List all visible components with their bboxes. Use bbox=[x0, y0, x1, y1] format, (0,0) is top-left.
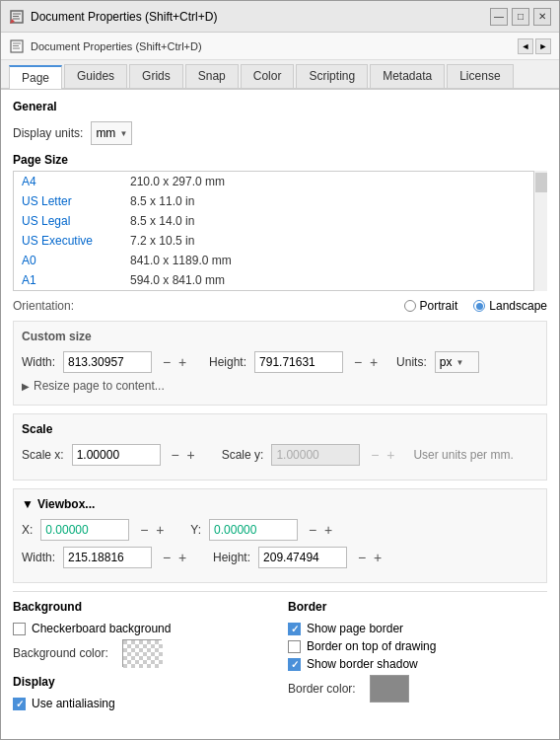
list-item[interactable]: US Executive 7.2 x 10.5 in bbox=[14, 231, 546, 251]
tab-snap[interactable]: Snap bbox=[185, 64, 239, 88]
checkerboard-label: Checkerboard background bbox=[32, 622, 171, 635]
list-item[interactable]: A4 210.0 x 297.0 mm bbox=[14, 172, 546, 191]
title-bar: Document Properties (Shift+Ctrl+D) — □ ✕ bbox=[1, 1, 559, 33]
width-minus[interactable]: − bbox=[160, 354, 174, 370]
show-border-shadow-label: Show border shadow bbox=[307, 657, 418, 671]
close-button[interactable]: ✕ bbox=[533, 8, 551, 26]
height-label: Height: bbox=[209, 355, 246, 369]
list-item[interactable]: A0 841.0 x 1189.0 mm bbox=[14, 251, 546, 270]
page-dims: 841.0 x 1189.0 mm bbox=[130, 254, 232, 267]
viewbox-width-input[interactable] bbox=[63, 547, 152, 568]
checkerboard-checkbox[interactable] bbox=[13, 623, 26, 635]
svg-rect-13 bbox=[123, 640, 163, 668]
viewbox-y-stepper: − + bbox=[306, 522, 335, 538]
scale-y-label: Scale y: bbox=[222, 448, 264, 462]
display-units-value: mm bbox=[96, 126, 115, 140]
height-input[interactable] bbox=[254, 351, 343, 373]
display-units-row: Display units: mm ▼ bbox=[13, 121, 547, 145]
antialiasing-row: ✓ Use antialiasing bbox=[13, 697, 272, 710]
viewbox-y-plus[interactable]: + bbox=[321, 522, 335, 538]
page-dims: 8.5 x 11.0 in bbox=[130, 194, 194, 208]
bottom-left: Background Checkerboard background Backg… bbox=[13, 600, 272, 714]
subtitle-text: Document Properties (Shift+Ctrl+D) bbox=[31, 40, 202, 52]
custom-size-input-row: Width: 813.30957 − + Height: − + Units: … bbox=[22, 351, 538, 373]
viewbox-width-plus[interactable]: + bbox=[175, 550, 189, 565]
viewbox-height-plus[interactable]: + bbox=[371, 550, 385, 565]
width-input[interactable]: 813.30957 bbox=[63, 351, 152, 373]
height-plus[interactable]: + bbox=[367, 354, 381, 370]
viewbox-height-minus[interactable]: − bbox=[355, 550, 369, 565]
landscape-radio[interactable]: Landscape bbox=[473, 299, 547, 313]
tab-color[interactable]: Color bbox=[241, 64, 295, 88]
tabs: Page Guides Grids Snap Color Scripting M… bbox=[1, 60, 559, 89]
list-item[interactable]: US Legal 8.5 x 14.0 in bbox=[14, 211, 546, 231]
viewbox-label: Viewbox... bbox=[37, 497, 95, 511]
viewbox-y-input[interactable] bbox=[209, 519, 298, 541]
border-on-top-checkbox[interactable] bbox=[288, 640, 301, 653]
page-size-list[interactable]: A4 210.0 x 297.0 mm US Letter 8.5 x 11.0… bbox=[13, 171, 547, 291]
title-bar-left: Document Properties (Shift+Ctrl+D) bbox=[9, 9, 217, 25]
scale-section: Scale Scale x: − + Scale y: − + User uni… bbox=[13, 413, 547, 481]
viewbox-title[interactable]: ▼ Viewbox... bbox=[22, 497, 538, 511]
scale-x-plus[interactable]: + bbox=[184, 447, 198, 463]
tab-page[interactable]: Page bbox=[9, 65, 62, 89]
display-units-dropdown[interactable]: mm ▼ bbox=[91, 121, 132, 145]
sub-forward-button[interactable]: ► bbox=[535, 38, 551, 54]
portrait-radio[interactable]: Portrait bbox=[404, 299, 458, 313]
border-on-top-label: Border on top of drawing bbox=[307, 639, 436, 653]
landscape-radio-dot bbox=[476, 303, 483, 310]
tab-metadata[interactable]: Metadata bbox=[370, 64, 445, 88]
border-color-row: Border color: bbox=[288, 675, 547, 703]
resize-link[interactable]: ▶ Resize page to content... bbox=[22, 379, 538, 393]
page-dims: 8.5 x 14.0 in bbox=[130, 214, 194, 228]
tab-scripting[interactable]: Scripting bbox=[296, 64, 368, 88]
app-icon bbox=[9, 9, 25, 25]
show-border-shadow-row: ✓ Show border shadow bbox=[288, 657, 547, 671]
scale-x-minus[interactable]: − bbox=[169, 447, 182, 463]
main-content: General Display units: mm ▼ Page Size A4… bbox=[1, 89, 559, 739]
viewbox-width-minus[interactable]: − bbox=[160, 550, 174, 565]
bg-color-swatch[interactable] bbox=[122, 639, 162, 667]
page-dims: 7.2 x 10.5 in bbox=[130, 234, 194, 248]
border-color-swatch[interactable] bbox=[370, 675, 409, 703]
tab-license[interactable]: License bbox=[447, 64, 513, 88]
show-page-border-label: Show page border bbox=[307, 622, 403, 635]
general-title: General bbox=[13, 100, 547, 113]
viewbox-x-plus[interactable]: + bbox=[153, 522, 167, 538]
units-dropdown[interactable]: px ▼ bbox=[435, 351, 479, 373]
viewbox-height-input[interactable] bbox=[258, 547, 347, 568]
width-plus[interactable]: + bbox=[175, 354, 189, 370]
maximize-button[interactable]: □ bbox=[512, 8, 529, 26]
sub-back-button[interactable]: ◄ bbox=[518, 38, 533, 54]
scale-x-input[interactable] bbox=[72, 444, 161, 466]
viewbox-wh-row: Width: − + Height: − + bbox=[22, 547, 538, 568]
page-dims: 210.0 x 297.0 mm bbox=[130, 175, 225, 188]
portrait-label: Portrait bbox=[420, 299, 458, 313]
subtitle-controls: ◄ ► bbox=[518, 38, 551, 54]
antialiasing-checkbox[interactable]: ✓ bbox=[13, 698, 26, 710]
border-title: Border bbox=[288, 600, 547, 614]
list-item[interactable]: A1 594.0 x 841.0 mm bbox=[14, 270, 546, 290]
scale-x-label: Scale x: bbox=[22, 448, 64, 462]
scale-y-plus: + bbox=[384, 447, 397, 463]
minimize-button[interactable]: — bbox=[490, 8, 508, 26]
height-minus[interactable]: − bbox=[351, 354, 365, 370]
viewbox-x-minus[interactable]: − bbox=[137, 522, 151, 538]
orientation-label: Orientation: bbox=[13, 299, 74, 313]
custom-size-title: Custom size bbox=[22, 330, 538, 343]
show-page-border-checkbox[interactable]: ✓ bbox=[288, 623, 301, 635]
tab-guides[interactable]: Guides bbox=[64, 64, 127, 88]
width-stepper: − + bbox=[160, 354, 189, 370]
scrollbar[interactable] bbox=[533, 171, 547, 291]
custom-size-section: Custom size Width: 813.30957 − + Height:… bbox=[13, 321, 547, 406]
viewbox-y-minus[interactable]: − bbox=[306, 522, 319, 538]
viewbox-height-stepper: − + bbox=[355, 550, 385, 565]
border-on-top-row: Border on top of drawing bbox=[288, 639, 547, 653]
tab-grids[interactable]: Grids bbox=[129, 64, 183, 88]
bottom-right: Border ✓ Show page border Border on top … bbox=[288, 600, 547, 714]
landscape-label: Landscape bbox=[489, 299, 547, 313]
viewbox-x-input[interactable] bbox=[40, 519, 129, 541]
display-title: Display bbox=[13, 675, 272, 689]
list-item[interactable]: US Letter 8.5 x 11.0 in bbox=[14, 191, 546, 211]
show-border-shadow-checkbox[interactable]: ✓ bbox=[288, 658, 301, 671]
